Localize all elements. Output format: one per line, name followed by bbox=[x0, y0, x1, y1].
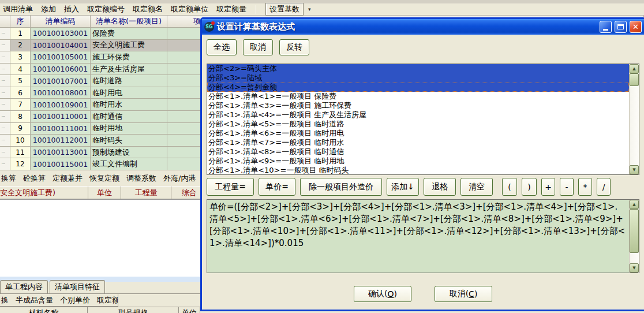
list-item[interactable]: 分部<1>.清单<4>=一般项目 生产及生活房屋 bbox=[207, 110, 629, 120]
tab-work-content[interactable]: 单工程内容 bbox=[0, 280, 48, 293]
scroll-up-icon[interactable]: ▲ bbox=[630, 200, 639, 209]
add-down-button[interactable]: 添加↓ bbox=[387, 178, 419, 196]
table-row[interactable]: ┄ 6 100100108001 临时用电 bbox=[0, 87, 208, 99]
seq-cell: 1 bbox=[10, 28, 31, 40]
cancel-label: 取消( bbox=[450, 289, 469, 299]
table-row[interactable]: ┄ 1 100100103001 保险费 bbox=[0, 28, 208, 40]
name-cell: 临时码头 bbox=[91, 135, 167, 147]
backspace-button[interactable]: 退格 bbox=[424, 178, 456, 196]
expression-scrollbar[interactable]: ▲ ▼ bbox=[629, 200, 639, 273]
invert-selection-button[interactable]: 反转 bbox=[279, 39, 309, 55]
material-spec-header: 型号规格 bbox=[88, 307, 179, 313]
deselect-button[interactable]: 取消 bbox=[243, 39, 273, 55]
toolbar-item-restore-quota[interactable]: 恢复定额 bbox=[89, 173, 119, 184]
scroll-thumb[interactable] bbox=[630, 73, 639, 86]
cancel-button[interactable]: 取消(C) bbox=[435, 286, 492, 302]
scroll-down-icon[interactable]: ▼ bbox=[630, 263, 639, 273]
list-item-focused[interactable]: 分部<4>=暂列金额 bbox=[207, 83, 629, 92]
list-item[interactable]: 分部<1>.清单<9>=一般项目 临时用地 bbox=[207, 156, 629, 166]
quota-toolbar: 换算 砼换算 定额兼并 恢复定额 调整系数 外海/内港 取清单名 bbox=[0, 170, 208, 186]
table-row[interactable]: ┄ 7 100100109001 临时用水 bbox=[0, 99, 208, 111]
list-item[interactable]: 分部<1>.清单<6>=一般项目 临时用电 bbox=[207, 129, 629, 138]
toolbar-item-get-quota-code[interactable]: 取定额编号 bbox=[87, 4, 125, 14]
scroll-thumb[interactable] bbox=[630, 209, 639, 253]
expression-input[interactable]: 单价=([分部<2>]+[分部<3>]+[分部<4>]+[分部<1>.清单<3>… bbox=[207, 200, 639, 251]
scroll-track[interactable] bbox=[630, 86, 639, 165]
list-scrollbar[interactable]: ▲ ▼ bbox=[629, 64, 639, 174]
list-item[interactable]: 分部<1>.清单<10>=一般项目 临时码头 bbox=[207, 166, 629, 175]
toolbar-item-add[interactable]: 添加 bbox=[41, 4, 56, 14]
table-row[interactable]: ┄ 12 100100115001 竣工文件编制 bbox=[0, 158, 208, 170]
table-row[interactable]: ┄ 5 100100107001 临时道路 bbox=[0, 75, 208, 87]
table-row[interactable]: ┄ 9 100100111001 临时用地 bbox=[0, 123, 208, 135]
toolbar-item-individual-price[interactable]: 个别单价 bbox=[60, 295, 90, 305]
select-all-button[interactable]: 全选 bbox=[207, 39, 237, 55]
name-cell: 竣工文件编制 bbox=[91, 158, 167, 170]
toolbar-item-replace[interactable]: 换 bbox=[1, 295, 9, 305]
right-paren-button[interactable]: ) bbox=[522, 178, 537, 196]
close-button[interactable]: ✕ bbox=[630, 21, 642, 33]
table-row[interactable]: ┄ 11 100100113001 预制场建设 bbox=[0, 147, 208, 159]
app-icon: SG bbox=[204, 22, 214, 32]
table-row[interactable]: ┄ 10 100100112001 临时码头 bbox=[0, 135, 208, 147]
code-cell: 100100115001 bbox=[31, 158, 91, 170]
toolbar-item-concrete-convert[interactable]: 砼换算 bbox=[23, 173, 46, 184]
scroll-track[interactable] bbox=[630, 253, 639, 263]
toolbar-item-call-list[interactable]: 调用清单 bbox=[3, 4, 33, 14]
seq-column-header: 序 bbox=[10, 16, 31, 28]
toolbar-item-get-quota-unit[interactable]: 取定额单位 bbox=[171, 4, 208, 14]
tree-dots-icon: ┄ bbox=[0, 135, 10, 147]
toolbar-item-adjust-factor[interactable]: 调整系数 bbox=[126, 173, 156, 184]
list-item[interactable]: 分部<1>.清单<5>=一般项目 临时道路 bbox=[207, 120, 629, 129]
unit-price-equals-button[interactable]: 单价= bbox=[259, 178, 295, 196]
seq-cell: 6 bbox=[10, 87, 31, 99]
tree-dots-icon: ┄ bbox=[0, 51, 10, 64]
name-cell: 生产及生活房屋 bbox=[91, 64, 167, 76]
confirm-button[interactable]: 确认(O) bbox=[354, 286, 411, 302]
quantity-equals-button[interactable]: 工程量= bbox=[207, 178, 254, 196]
seq-cell: 4 bbox=[10, 64, 31, 76]
seq-cell: 10 bbox=[10, 135, 31, 147]
minus-button[interactable]: - bbox=[560, 178, 574, 196]
toolbar-item-insert[interactable]: 插入 bbox=[64, 4, 79, 14]
divide-button[interactable]: / bbox=[597, 178, 611, 196]
dropdown-arrow-icon[interactable]: ▾ bbox=[308, 6, 311, 12]
plus-button[interactable]: + bbox=[541, 178, 555, 196]
left-paren-button[interactable]: ( bbox=[502, 178, 517, 196]
toolbar-item-get-quota-qty[interactable]: 取定额量 bbox=[216, 4, 246, 14]
scroll-down-icon[interactable]: ▼ bbox=[630, 165, 639, 174]
scroll-up-icon[interactable]: ▲ bbox=[630, 64, 639, 73]
toolbar-item-quota-merge[interactable]: 定额兼并 bbox=[53, 173, 83, 184]
except-general-items-button[interactable]: 除一般项目外造价 bbox=[300, 178, 382, 196]
toolbar-item-offshore-inport[interactable]: 外海/内港 bbox=[163, 173, 196, 184]
selection-button-row: 全选 取消 反转 bbox=[202, 35, 644, 55]
toolbar-item-convert[interactable]: 换算 bbox=[1, 173, 16, 184]
table-row[interactable]: ┄ 8 100100110001 临时通信 bbox=[0, 111, 208, 123]
code-cell: 100100105001 bbox=[31, 51, 91, 64]
table-row[interactable]: ┄ 4 100100106001 生产及生活房屋 bbox=[0, 64, 208, 76]
list-item[interactable]: 分部<1>.清单<3>=一般项目 施工环保费 bbox=[207, 101, 629, 110]
list-item[interactable]: 分部<1>.清单<1>=一般项目 保险费 bbox=[207, 92, 629, 101]
minimize-button[interactable] bbox=[600, 21, 612, 33]
list-item[interactable]: 分部<1>.清单<8>=一般项目 临时通信 bbox=[207, 147, 629, 156]
dialog-titlebar: SG 设置计算基数表达式 ✕ bbox=[202, 19, 644, 35]
seq-cell: 12 bbox=[10, 158, 31, 170]
seq-cell: 9 bbox=[10, 123, 31, 135]
list-item[interactable]: 分部<2>=码头主体 bbox=[207, 64, 629, 73]
code-cell: 100100103001 bbox=[31, 28, 91, 40]
table-row[interactable]: ┄ 3 100100105001 施工环保费 bbox=[0, 51, 208, 64]
multiply-button[interactable]: * bbox=[578, 178, 592, 196]
set-base-button[interactable]: 设置基数 bbox=[265, 3, 304, 16]
clear-button[interactable]: 清空 bbox=[460, 178, 493, 196]
table-row-selected[interactable]: ┄ 2 100100104001 安全文明施工费 bbox=[0, 40, 208, 52]
toolbar-item-semi-product-content[interactable]: 半成品含量 bbox=[16, 295, 53, 305]
maximize-button[interactable] bbox=[615, 21, 627, 33]
list-item[interactable]: 分部<3>=陆域 bbox=[207, 73, 629, 83]
tree-dots-icon: ┄ bbox=[0, 40, 10, 52]
tab-item-features[interactable]: 清单项目特征 bbox=[50, 280, 105, 293]
tree-dots-icon: ┄ bbox=[0, 99, 10, 111]
toolbar-item-get-quota-name[interactable]: 取定额名 bbox=[133, 4, 163, 14]
toolbar-item-get-quota-name2[interactable]: 取定额名 bbox=[97, 295, 118, 305]
seq-cell: 8 bbox=[10, 111, 31, 123]
list-item[interactable]: 分部<1>.清单<7>=一般项目 临时用水 bbox=[207, 138, 629, 147]
